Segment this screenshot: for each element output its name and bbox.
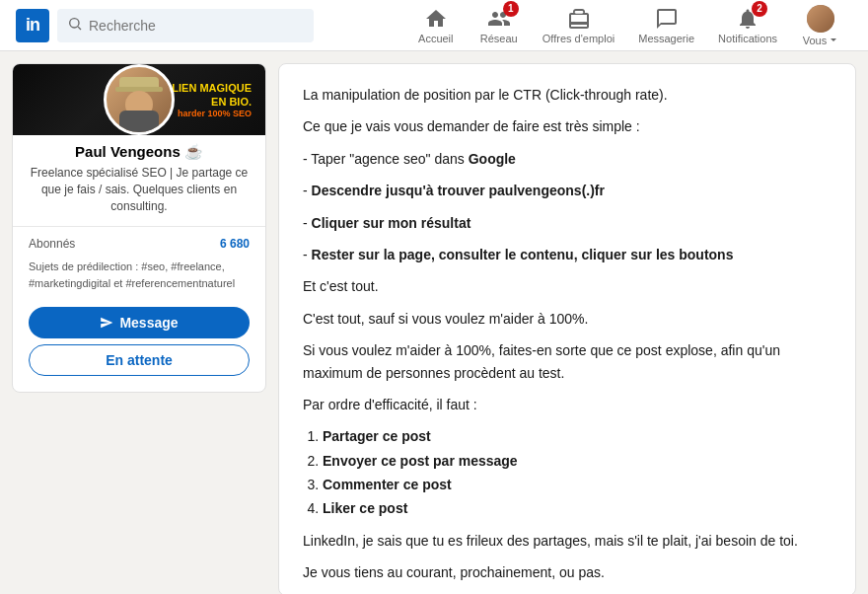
search-input[interactable] [89,18,304,34]
network-badge: 1 [503,1,519,17]
jobs-icon [567,7,591,31]
network-icon: 1 [487,7,511,31]
post-paragraph-9: Par ordre d'efficacité, il faut : [303,394,832,415]
profile-stats: Abonnés 6 680 [13,226,265,255]
post-card: La manipulation de position par le CTR (… [278,63,856,594]
avatar-body [119,111,159,134]
navbar: in Accueil 1 Réseau [0,0,868,51]
messages-icon [655,7,679,31]
nav-item-reseau[interactable]: 1 Réseau [468,0,531,51]
nav-label-messagerie: Messagerie [638,33,694,44]
svg-point-0 [70,18,79,27]
sidebar: ↗ LIEN MAGIQUE EN BIO. harder 100% SEO [0,51,266,594]
post-paragraph-7: C'est tout, sauf si vous voulez m'aider … [303,308,832,330]
nav-label-offres: Offres d'emploi [542,33,615,44]
home-icon [424,7,448,31]
nav-item-accueil[interactable]: Accueil [404,0,468,51]
content-area: La manipulation de position par le CTR (… [266,51,868,594]
pending-button-label: En attente [106,352,173,368]
search-icon [67,16,83,36]
list-item-4: Liker ce post [323,497,832,519]
message-button[interactable]: Message [29,307,250,338]
nav-label-notifications: Notifications [718,33,777,44]
profile-bio: Freelance spécialisé SEO | Je partage ce… [13,161,265,214]
post-paragraph-0: La manipulation de position par le CTR (… [303,84,832,106]
bell-icon: 2 [736,7,760,31]
linkedin-logo[interactable]: in [16,9,49,42]
banner-text-line2: EN BIO. [211,96,252,108]
post-paragraph-8: Si vous voulez m'aider à 100%, faites-en… [303,339,832,384]
post-paragraph-11: Je vous tiens au courant, prochainement,… [303,561,832,583]
followers-count: 6 680 [220,237,250,251]
post-paragraph-1: Ce que je vais vous demander de faire es… [303,115,832,137]
post-paragraph-10: LinkedIn, je sais que tu es frileux des … [303,530,832,552]
list-item-3: Commenter ce post [323,474,832,495]
banner-text-line1: LIEN MAGIQUE [172,82,252,94]
list-item-1: Partager ce post [323,425,832,447]
nav-items: Accueil 1 Réseau Offres d'emploi [404,0,852,51]
post-paragraph-2: - Taper "agence seo" dans Google [303,148,832,170]
nav-item-offres[interactable]: Offres d'emploi [531,0,626,51]
notifications-badge: 2 [752,1,767,17]
ordered-list: Partager ce post Envoyer ce post par mes… [303,425,832,520]
avatar [807,5,834,33]
post-paragraph-3: - Descendre jusqu'à trouver paulvengeons… [303,180,832,201]
profile-tags: Sujets de prédilection : #seo, #freelanc… [13,255,265,299]
nav-label-vous: Vous [803,35,838,46]
search-bar[interactable] [57,9,314,42]
svg-line-1 [78,27,81,30]
pending-button[interactable]: En attente [29,344,250,376]
list-item-2: Envoyer ce post par message [323,450,832,472]
profile-card: ↗ LIEN MAGIQUE EN BIO. harder 100% SEO [12,63,266,393]
banner-sub: harder 100% SEO [160,109,252,118]
nav-label-reseau: Réseau [480,33,518,44]
profile-avatar-container [104,64,175,135]
post-paragraph-4: - Cliquer sur mon résultat [303,212,832,234]
nav-item-vous[interactable]: Vous [789,0,852,51]
main-container: ↗ LIEN MAGIQUE EN BIO. harder 100% SEO [0,0,868,594]
followers-label: Abonnés [29,237,75,251]
post-paragraph-6: Et c'est tout. [303,275,832,297]
nav-label-accueil: Accueil [418,33,453,44]
message-button-label: Message [119,315,178,331]
profile-name: Paul Vengeons ☕ [13,143,265,161]
post-paragraph-5: - Rester sur la page, consulter le conte… [303,244,832,265]
nav-item-messagerie[interactable]: Messagerie [626,0,706,51]
nav-item-notifications[interactable]: 2 Notifications [706,0,789,51]
